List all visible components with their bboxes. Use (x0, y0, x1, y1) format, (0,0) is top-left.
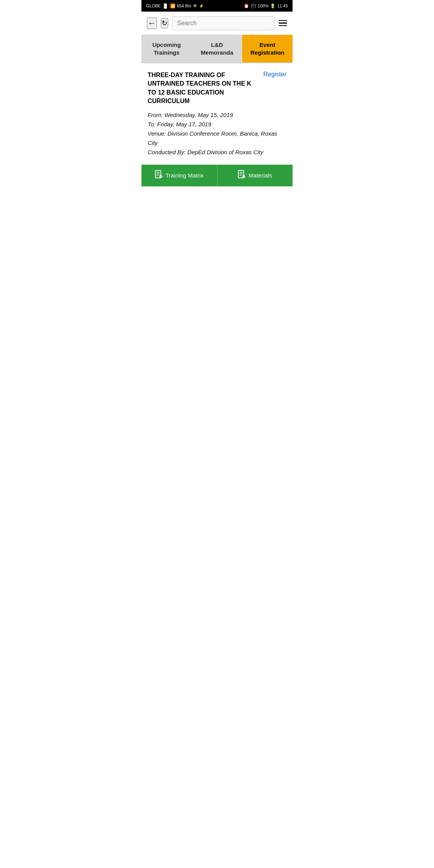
event-details: From: Wednesday, May 15, 2019 To: Friday… (148, 110, 286, 157)
training-matrix-button[interactable]: Training Matrix (141, 165, 217, 186)
event-title: THREE-DAY TRAINING OF UNTRAINED TEACHERS… (148, 71, 259, 106)
tab-bar: UpcomingTrainings L&DMemoranda EventRegi… (141, 35, 293, 63)
carrier-label: GLOBE (146, 3, 161, 8)
tab-event-registration[interactable]: EventRegistration (242, 35, 293, 62)
tab-ld-memoranda[interactable]: L&DMemoranda (192, 35, 242, 62)
eye-icon: 👁 (193, 3, 197, 8)
status-left: GLOBE ▐▌ 📶 654 B/s 👁 ⚡ (146, 3, 204, 9)
status-bar: GLOBE ▐▌ 📶 654 B/s 👁 ⚡ ⏰ 📳 100% 🔋 11:45 (141, 0, 293, 12)
materials-button[interactable]: Materials (217, 165, 293, 186)
refresh-button[interactable]: ↻ (161, 18, 168, 28)
event-from-date: From: Wednesday, May 15, 2019 (148, 110, 286, 120)
menu-line-1 (279, 20, 287, 21)
alarm-icon: ⏰ (244, 3, 249, 9)
tab-upcoming-trainings[interactable]: UpcomingTrainings (141, 35, 192, 62)
event-venue: Venue: Division Conference Room, Banica,… (148, 129, 286, 148)
event-to-date: To: Friday, May 17, 2019 (148, 120, 286, 129)
battery-icon: 🔋 (270, 3, 276, 9)
content-area: THREE-DAY TRAINING OF UNTRAINED TEACHERS… (141, 63, 293, 157)
event-conducted-by: Conducted By: DepEd Division of Roxas Ci… (148, 148, 286, 157)
status-right: ⏰ 📳 100% 🔋 11:45 (244, 3, 288, 9)
time-label: 11:45 (277, 3, 288, 8)
training-matrix-label: Training Matrix (165, 172, 204, 179)
top-nav: ← ↻ (141, 12, 293, 35)
materials-icon (238, 170, 245, 181)
menu-line-2 (279, 22, 287, 24)
materials-label: Materials (248, 172, 272, 179)
wifi-icon: 📶 (170, 3, 176, 9)
speed-label: 654 B/s (177, 3, 191, 8)
back-button[interactable]: ← (147, 17, 157, 29)
vibrate-icon: 📳 (251, 3, 256, 9)
battery-label: 100% (258, 3, 269, 8)
bottom-action-bar: Training Matrix Materials (141, 165, 293, 186)
event-header: THREE-DAY TRAINING OF UNTRAINED TEACHERS… (148, 71, 286, 106)
training-matrix-icon (155, 170, 162, 181)
signal-icon: ▐▌ (162, 3, 169, 8)
search-input[interactable] (172, 16, 275, 30)
menu-button[interactable] (279, 20, 287, 26)
usb-icon: ⚡ (199, 3, 204, 9)
menu-line-3 (279, 25, 287, 26)
register-link[interactable]: Register (263, 71, 286, 78)
